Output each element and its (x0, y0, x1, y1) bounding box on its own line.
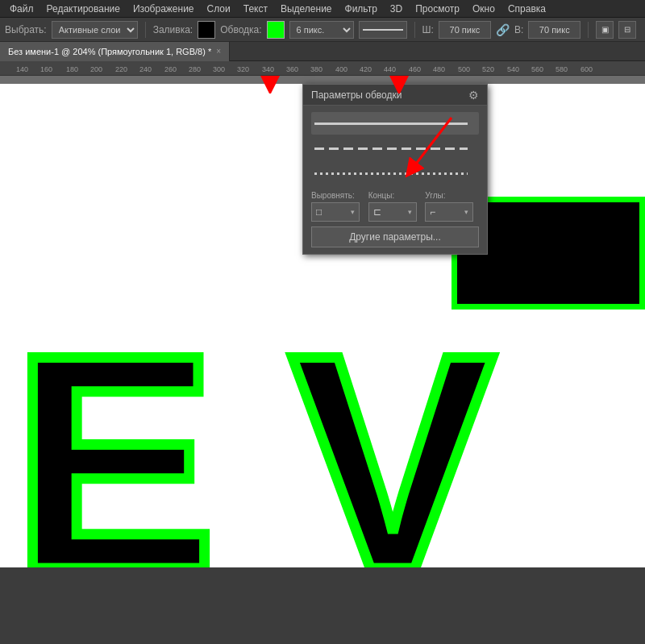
fill-label: Заливка: (153, 24, 194, 35)
document-tab[interactable]: Без имени-1 @ 204% (Прямоугольник 1, RGB… (0, 42, 230, 61)
ruler-mark-11: 360 (286, 65, 298, 73)
align-right-icon[interactable]: ⊟ (618, 21, 636, 39)
dashed-line-preview (314, 147, 468, 150)
ruler-mark-5: 240 (139, 65, 152, 73)
menu-file[interactable]: Файл (3, 2, 40, 16)
ruler-mark-16: 460 (409, 65, 421, 73)
ruler-mark-8: 300 (213, 65, 225, 73)
ruler-horizontal: 140 160 180 200 220 240 260 280 300 320 … (0, 61, 645, 76)
tabbar: Без имени-1 @ 204% (Прямоугольник 1, RGB… (0, 42, 645, 61)
fill-swatch[interactable] (198, 21, 215, 39)
corners-label: Углы: (425, 191, 479, 200)
dotted-line-preview (314, 172, 468, 175)
ends-dropdown-icon: ⊏ (373, 206, 381, 218)
stroke-dotted-option[interactable] (311, 162, 479, 185)
ruler-mark-3: 200 (90, 65, 102, 73)
ruler-mark-18: 500 (458, 65, 470, 73)
ruler-mark-19: 520 (482, 65, 494, 73)
width-label: Ш: (422, 24, 434, 35)
ruler-mark-20: 540 (507, 65, 519, 73)
ruler-mark-17: 480 (433, 65, 445, 73)
ruler-mark-2: 180 (66, 65, 78, 73)
tab-close-button[interactable]: × (216, 47, 221, 56)
ruler-mark-23: 600 (580, 65, 593, 73)
align-label: Выровнять: (311, 191, 365, 200)
ruler-mark-12: 380 (310, 65, 322, 73)
align-dropdown-arrow: ▾ (351, 208, 355, 216)
width-input[interactable] (439, 21, 491, 39)
ruler-mark-4: 220 (115, 65, 127, 73)
menu-image[interactable]: Изображение (127, 2, 201, 16)
separator-1 (145, 22, 146, 38)
ruler-mark-1: 160 (40, 65, 52, 73)
ends-dropdown[interactable]: ⊏ ▾ (368, 202, 417, 222)
separator-2 (414, 22, 415, 38)
other-params-label: Другие параметры... (349, 231, 441, 243)
menu-filter[interactable]: Фильтр (339, 2, 384, 16)
corners-dropdown-arrow: ▾ (464, 208, 468, 216)
popup-header: Параметры обводки ⚙ (303, 85, 487, 106)
menubar: Файл Редактирование Изображение Слои Тек… (0, 0, 645, 18)
solid-line-preview (314, 123, 468, 125)
ruler-mark-9: 320 (237, 65, 249, 73)
menu-select[interactable]: Выделение (274, 2, 339, 16)
chain-icon[interactable]: 🔗 (496, 23, 510, 36)
ruler-mark-10: 340 (262, 65, 274, 73)
menu-3d[interactable]: 3D (384, 2, 409, 16)
ruler-mark-22: 580 (556, 65, 568, 73)
stroke-options-popup: Параметры обводки ⚙ Выровнять: □ (302, 84, 488, 255)
ruler-mark-0: 140 (16, 65, 28, 73)
height-input[interactable] (528, 21, 580, 39)
corners-dropdown[interactable]: ⌐ ▾ (425, 202, 473, 222)
separator-3 (588, 22, 589, 38)
popup-title: Параметры обводки (311, 89, 402, 101)
stroke-label: Обводка: (220, 24, 261, 35)
toolbar: Выбрать: Активные слои Заливка: Обводка:… (0, 18, 645, 42)
menu-layers[interactable]: Слои (201, 2, 237, 16)
tab-title: Без имени-1 @ 204% (Прямоугольник 1, RGB… (8, 47, 211, 56)
ends-label: Концы: (368, 191, 422, 200)
align-dropdown[interactable]: □ ▾ (311, 202, 360, 222)
ruler-mark-15: 440 (384, 65, 396, 73)
menu-view[interactable]: Просмотр (409, 2, 466, 16)
menu-text[interactable]: Текст (237, 2, 274, 16)
other-params-button[interactable]: Другие параметры... (311, 226, 479, 247)
ruler-marks: 140 160 180 200 220 240 260 280 300 320 … (0, 61, 645, 75)
layers-dropdown[interactable]: Активные слои (52, 21, 138, 39)
corners-dropdown-icon: ⌐ (430, 206, 435, 218)
ruler-mark-6: 260 (164, 65, 177, 73)
menu-edit[interactable]: Редактирование (40, 2, 127, 16)
letter-e: E (12, 310, 216, 567)
ruler-mark-21: 560 (531, 65, 543, 73)
ruler-mark-7: 280 (189, 65, 201, 73)
stroke-line-type[interactable] (359, 21, 407, 39)
stroke-swatch[interactable] (267, 21, 285, 39)
ruler-mark-14: 420 (360, 65, 372, 73)
popup-body: Выровнять: □ ▾ Концы: ⊏ ▾ Углы: (303, 106, 487, 254)
content-area: E V Параметры обводки ⚙ (0, 76, 645, 567)
stroke-solid-option[interactable] (311, 112, 479, 135)
height-label: В: (514, 24, 523, 35)
stroke-dashed-option[interactable] (311, 137, 479, 160)
letter-v: V (290, 310, 494, 567)
ruler-mark-13: 400 (335, 65, 347, 73)
menu-window[interactable]: Окно (466, 2, 501, 16)
align-dropdown-icon: □ (316, 206, 322, 218)
stroke-size-select[interactable]: 6 пикс. (289, 21, 354, 39)
gear-icon[interactable]: ⚙ (468, 89, 479, 102)
menu-help[interactable]: Справка (501, 2, 552, 16)
align-left-icon[interactable]: ▣ (596, 21, 614, 39)
select-label: Выбрать: (5, 24, 47, 35)
ends-dropdown-arrow: ▾ (408, 208, 412, 216)
